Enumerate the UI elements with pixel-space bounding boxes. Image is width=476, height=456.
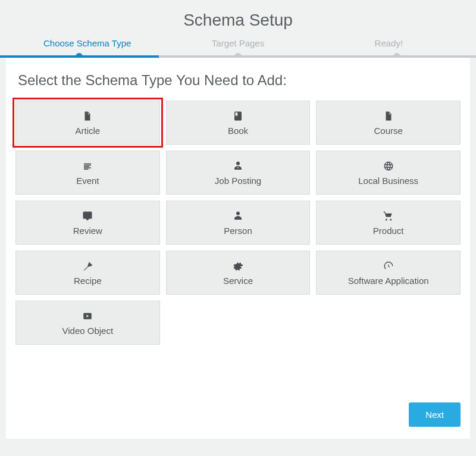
cart-icon [383,210,394,222]
book-icon [233,110,243,122]
tile-label: Job Posting [215,176,261,186]
tile-label: Person [224,226,252,236]
schema-tile-review[interactable]: Review [15,201,160,245]
tile-label: Book [228,126,248,136]
tile-label: Service [223,276,253,286]
schema-tile-product[interactable]: Product [316,201,461,245]
schema-tile-article[interactable]: Article [15,101,160,145]
schema-tile-local-business[interactable]: Local Business [316,151,461,195]
calendar-icon [82,160,93,172]
schema-grid: ArticleBookCourseEventJob PostingLocal B… [15,101,461,345]
tile-label: Article [75,126,100,136]
page-title: Schema Setup [0,0,476,38]
schema-tile-job-posting[interactable]: Job Posting [166,151,311,195]
comment-icon [82,210,93,222]
schema-tile-software-application[interactable]: Software Application [316,251,461,295]
schema-tile-book[interactable]: Book [166,101,311,145]
step-ready[interactable]: Ready! [314,38,464,55]
tile-label: Software Application [348,276,429,286]
carrot-icon [82,260,93,272]
user-tie-icon [233,160,243,172]
next-button[interactable]: Next [409,402,461,427]
tile-label: Video Object [62,326,114,336]
globe-icon [383,160,394,172]
file-icon [82,110,93,122]
panel-heading: Select the Schema Type You Need to Add: [15,72,461,89]
tile-label: Review [73,226,102,236]
tile-label: Course [374,126,402,136]
main-panel: Select the Schema Type You Need to Add: … [6,58,470,439]
step-label: Choose Schema Type [43,38,131,55]
step-label: Ready! [375,38,403,55]
tile-label: Recipe [74,276,102,286]
schema-tile-video-object[interactable]: Video Object [15,301,160,345]
dashboard-icon [383,260,394,272]
schema-tile-service[interactable]: Service [166,251,311,295]
schema-tile-course[interactable]: Course [316,101,461,145]
file-icon [383,110,394,122]
schema-tile-event[interactable]: Event [15,151,160,195]
user-icon [233,210,243,222]
schema-tile-recipe[interactable]: Recipe [15,251,160,295]
gear-icon [233,260,243,272]
tile-label: Local Business [358,176,418,186]
play-icon [82,310,93,322]
tile-label: Event [76,176,99,186]
step-choose-schema[interactable]: Choose Schema Type [12,38,162,55]
schema-tile-person[interactable]: Person [166,201,311,245]
tile-label: Product [373,226,404,236]
